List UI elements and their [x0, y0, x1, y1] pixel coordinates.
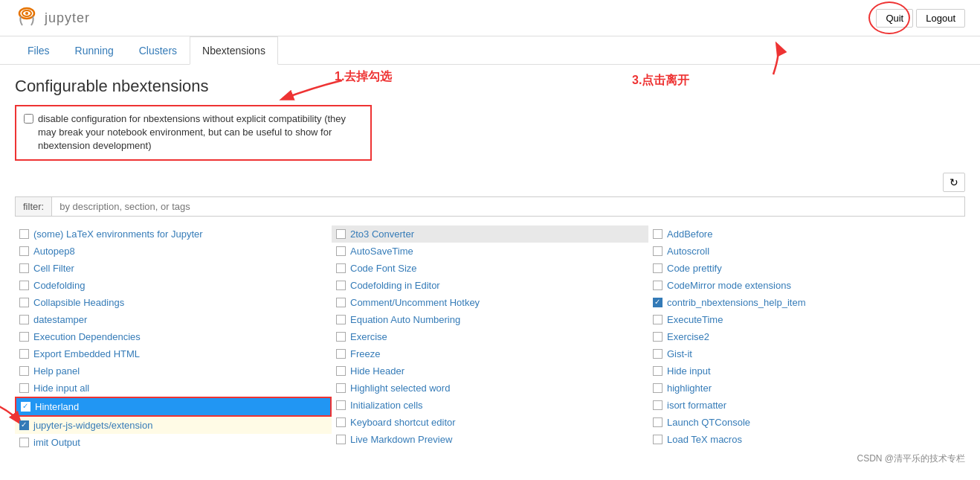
ext-label: isort formatter	[667, 400, 726, 411]
list-item[interactable]: Equation Auto Numbering	[332, 311, 648, 328]
ext-label: jupyter-js-widgets/extension	[33, 420, 152, 431]
list-item[interactable]: Exercise2	[648, 328, 965, 345]
ext-label: Launch QTConsole	[667, 417, 750, 428]
ext-checkbox	[653, 349, 663, 359]
list-item[interactable]: Codefolding	[15, 277, 332, 294]
logout-button[interactable]: Logout	[916, 9, 965, 28]
list-item[interactable]: AutoSaveTime	[332, 243, 648, 260]
list-item[interactable]: isort formatter	[648, 397, 965, 414]
list-item[interactable]: imit Output	[15, 434, 332, 451]
page-title: Configurable nbextensions	[15, 77, 965, 96]
extensions-grid: (some) LaTeX environments for Jupyter Au…	[15, 225, 965, 451]
list-item[interactable]: Comment/Uncomment Hotkey	[332, 294, 648, 311]
list-item[interactable]: Freeze	[332, 345, 648, 362]
ext-checkbox	[19, 438, 29, 447]
ext-label: datestamper	[33, 314, 87, 325]
list-item[interactable]: 2to3 Converter	[332, 225, 648, 243]
ext-checkbox-checked	[653, 298, 663, 307]
ext-label: Hide Header	[350, 365, 404, 377]
ext-checkbox	[336, 315, 346, 324]
ext-checkbox	[19, 383, 29, 393]
tab-clusters[interactable]: Clusters	[126, 36, 190, 65]
list-item[interactable]: Exercise	[332, 328, 648, 345]
list-item[interactable]: AddBefore	[648, 225, 965, 243]
ext-label: Codefolding in Editor	[350, 280, 440, 291]
tab-nbextensions[interactable]: Nbextensions	[190, 36, 278, 65]
config-checkbox[interactable]	[24, 114, 33, 124]
list-item[interactable]: Code Font Size	[332, 260, 648, 277]
ext-checkbox	[19, 281, 29, 290]
ext-checkbox	[653, 400, 663, 410]
list-item[interactable]: CodeMirror mode extensions	[648, 277, 965, 294]
list-item[interactable]: (some) LaTeX environments for Jupyter	[15, 225, 332, 243]
ext-checkbox	[653, 315, 663, 324]
ext-label: Code Font Size	[350, 263, 417, 274]
list-item[interactable]: Initialization cells	[332, 397, 648, 414]
ext-label: Execution Dependencies	[33, 331, 141, 342]
ext-column-3: AddBefore Autoscroll Code prettify CodeM…	[648, 225, 965, 451]
ext-checkbox-checked	[19, 420, 29, 430]
tab-files[interactable]: Files	[15, 36, 62, 65]
list-item[interactable]: Autopep8	[15, 243, 332, 260]
list-item[interactable]: Live Markdown Preview	[332, 431, 648, 448]
list-item[interactable]: Autoscroll	[648, 243, 965, 260]
ext-label: Code prettify	[667, 263, 722, 274]
ext-checkbox	[653, 246, 663, 256]
ext-label: Comment/Uncomment Hotkey	[350, 297, 480, 308]
list-item[interactable]: Execution Dependencies	[15, 328, 332, 345]
ext-label: Load TeX macros	[667, 434, 742, 445]
list-item[interactable]: Code prettify	[648, 260, 965, 277]
ext-label: imit Output	[33, 437, 80, 448]
list-item[interactable]: Hide Header	[332, 362, 648, 380]
ext-checkbox	[653, 417, 663, 427]
ext-checkbox	[653, 435, 663, 444]
list-item[interactable]: Keyboard shortcut editor	[332, 414, 648, 431]
list-header: ↻	[15, 173, 965, 192]
ext-checkbox	[336, 246, 346, 256]
ext-label: Live Markdown Preview	[350, 434, 452, 445]
ext-checkbox	[336, 349, 346, 359]
list-item[interactable]: Help panel	[15, 362, 332, 380]
list-item[interactable]: highlighter	[648, 380, 965, 397]
quit-wrapper: Quit	[876, 9, 913, 28]
list-item[interactable]: Load TeX macros	[648, 431, 965, 448]
list-item[interactable]: Export Embedded HTML	[15, 345, 332, 362]
list-item[interactable]: Gist-it	[648, 345, 965, 362]
ext-label: Autopep8	[33, 246, 75, 257]
list-item[interactable]: ExecuteTime	[648, 311, 965, 328]
config-checkbox-label[interactable]: disable configuration for nbextensions w…	[24, 112, 363, 153]
ext-checkbox	[336, 383, 346, 393]
watermark: CSDN @清平乐的技术专栏	[857, 452, 965, 463]
list-item[interactable]: contrib_nbextensions_help_item	[648, 294, 965, 311]
ext-checkbox	[336, 417, 346, 427]
list-item[interactable]: Launch QTConsole	[648, 414, 965, 431]
ext-checkbox	[19, 263, 29, 273]
list-item[interactable]: jupyter-js-widgets/extension	[15, 417, 332, 434]
ext-label: Exercise	[350, 331, 387, 342]
tab-running[interactable]: Running	[62, 36, 126, 65]
ext-label: Help panel	[33, 365, 80, 377]
list-item[interactable]: Hide input all	[15, 380, 332, 397]
quit-button[interactable]: Quit	[876, 9, 913, 28]
list-item[interactable]: Hide input	[648, 362, 965, 380]
ext-checkbox	[336, 281, 346, 290]
refresh-button[interactable]: ↻	[943, 173, 965, 192]
ext-checkbox	[19, 246, 29, 256]
list-item-hinterland[interactable]: Hinterland	[16, 398, 330, 415]
list-item[interactable]: datestamper	[15, 311, 332, 328]
ext-checkbox	[336, 298, 346, 307]
filter-input[interactable]	[52, 197, 964, 216]
list-item[interactable]: Collapsible Headings	[15, 294, 332, 311]
svg-point-2	[25, 12, 28, 15]
ext-label: Autoscroll	[667, 246, 709, 257]
list-item[interactable]: Highlight selected word	[332, 380, 648, 397]
list-item[interactable]: Codefolding in Editor	[332, 277, 648, 294]
list-item[interactable]: Cell Filter	[15, 260, 332, 277]
ext-label: CodeMirror mode extensions	[667, 280, 791, 291]
ext-checkbox	[653, 366, 663, 376]
ext-checkbox	[336, 229, 346, 239]
ext-column-2: 2to3 Converter AutoSaveTime Code Font Si…	[332, 225, 648, 451]
ext-checkbox	[336, 435, 346, 444]
jupyter-logo-icon	[15, 6, 39, 30]
ext-label: Cell Filter	[33, 263, 74, 274]
